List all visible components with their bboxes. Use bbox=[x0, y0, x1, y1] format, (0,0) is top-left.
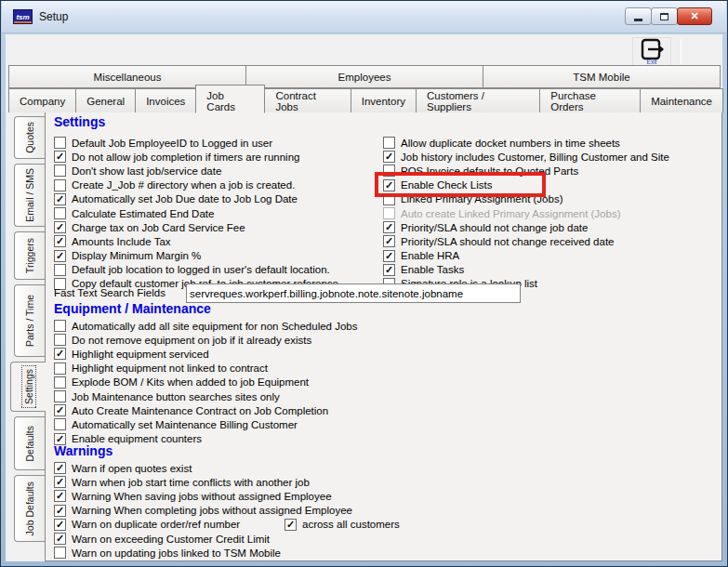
checkbox[interactable] bbox=[54, 363, 66, 375]
checkbox[interactable] bbox=[54, 547, 66, 559]
checkbox-row[interactable]: ✓Do not allow job completion if timers a… bbox=[54, 150, 338, 164]
checkbox-row[interactable]: Calculate Estimated End Date bbox=[54, 206, 338, 220]
checkbox[interactable]: ✓ bbox=[54, 490, 66, 502]
checkbox-row[interactable]: ✓Automatically set Job Due date to Job L… bbox=[54, 192, 338, 206]
checkbox-row[interactable]: Job Maintenance button searches sites on… bbox=[54, 389, 358, 403]
side-tab-job-defaults[interactable]: Job Defaults bbox=[14, 475, 45, 542]
checkbox-row[interactable]: ✓Warn on exceeding Customer Credit Limit bbox=[54, 532, 352, 546]
checkbox-row[interactable]: ✓Priority/SLA should not change job date bbox=[383, 220, 669, 234]
checkbox-row[interactable]: ✓Display Minimum Margin % bbox=[54, 249, 338, 263]
tab-job-cards[interactable]: Job Cards bbox=[195, 85, 265, 113]
side-tab-parts-time[interactable]: Parts / Time bbox=[14, 284, 45, 357]
checkbox[interactable]: ✓ bbox=[54, 404, 66, 416]
tab-tsm-mobile[interactable]: TSM Mobile bbox=[483, 65, 721, 88]
tab-customers-suppliers[interactable]: Customers / Suppliers bbox=[416, 88, 540, 112]
close-icon: ✕ bbox=[690, 10, 698, 22]
checkbox[interactable] bbox=[54, 165, 66, 177]
tab-purchase-orders[interactable]: Purchase Orders bbox=[539, 88, 641, 112]
checkbox-row[interactable]: ✓Warning When saving jobs without assign… bbox=[54, 489, 352, 503]
checkbox[interactable]: ✓ bbox=[54, 519, 66, 531]
exit-button[interactable]: Exit bbox=[632, 37, 671, 66]
checkbox[interactable] bbox=[54, 376, 66, 389]
checkbox[interactable]: ✓ bbox=[383, 179, 395, 191]
checkbox[interactable] bbox=[383, 137, 395, 149]
checkbox-row[interactable]: ✓Charge tax on Job Card Service Fee bbox=[54, 220, 338, 234]
tab-label: Email / SMS bbox=[24, 168, 35, 222]
checkbox-row[interactable]: Warn on updating jobs linked to TSM Mobi… bbox=[54, 546, 352, 560]
checkbox[interactable]: ✓ bbox=[383, 264, 395, 276]
tab-inventory[interactable]: Inventory bbox=[351, 88, 417, 112]
checkbox[interactable]: ✓ bbox=[54, 462, 66, 474]
checkbox-row[interactable]: ✓Warn when job start time conflicts with… bbox=[54, 475, 352, 489]
checkbox[interactable] bbox=[54, 418, 66, 430]
checkbox-row[interactable]: Create J_Job # directory when a job is c… bbox=[54, 178, 338, 192]
tab-employees[interactable]: Employees bbox=[245, 65, 483, 88]
checkbox-row[interactable]: Don't show last job/service date bbox=[54, 164, 338, 178]
side-tab-settings[interactable]: Settings bbox=[10, 362, 46, 412]
tab-label: Miscellaneous bbox=[94, 72, 162, 83]
checkbox-label: Job Maintenance button searches sites on… bbox=[72, 391, 280, 402]
checkbox[interactable]: ✓ bbox=[54, 505, 66, 517]
checkbox-row[interactable]: Linked Primary Assignment (Jobs) bbox=[383, 192, 669, 206]
checkbox[interactable] bbox=[383, 165, 395, 177]
checkbox[interactable] bbox=[54, 334, 66, 346]
checkbox-row[interactable]: Automatically set Maintenance Billing Cu… bbox=[54, 417, 358, 431]
checkbox-row[interactable]: ✓Warn if open quotes exist bbox=[54, 461, 352, 475]
tab-general[interactable]: General bbox=[75, 88, 136, 112]
checkbox-row[interactable]: ✓Enable Tasks bbox=[383, 263, 669, 277]
checkbox-row[interactable]: Allow duplicate docket numbers in time s… bbox=[383, 136, 669, 150]
checkbox[interactable] bbox=[54, 207, 66, 219]
checkbox[interactable]: ✓ bbox=[383, 235, 395, 247]
close-button[interactable]: ✕ bbox=[677, 7, 712, 25]
side-tab-quotes[interactable]: Quotes bbox=[14, 116, 45, 159]
checkbox-row[interactable]: POS Invoice defaults to Quoted Parts bbox=[383, 164, 669, 178]
checkbox[interactable]: ✓ bbox=[54, 250, 66, 262]
checkbox-label: Don't show last job/service date bbox=[72, 165, 221, 177]
checkbox-row[interactable]: ✓Warn on duplicate order/ref number✓acro… bbox=[54, 518, 352, 532]
checkbox[interactable] bbox=[54, 179, 66, 191]
checkbox[interactable]: ✓ bbox=[54, 533, 66, 545]
checkbox[interactable]: ✓ bbox=[383, 151, 395, 163]
checkbox-row[interactable]: ✓Enable HRA bbox=[383, 249, 669, 263]
fast-text-search-input[interactable] bbox=[186, 284, 521, 303]
checkbox[interactable]: ✓ bbox=[383, 221, 395, 233]
checkbox-row[interactable]: ✓Auto Create Maintenance Contract on Job… bbox=[54, 403, 358, 417]
checkbox-row[interactable]: ✓Amounts Include Tax bbox=[54, 234, 338, 248]
minimize-button[interactable] bbox=[625, 7, 652, 25]
checkbox-row[interactable]: Explode BOM / Kits when added to job Equ… bbox=[54, 376, 358, 389]
checkbox-row[interactable]: ✓Priority/SLA should not change received… bbox=[383, 234, 669, 248]
checkbox-row[interactable]: Do not remove equipment on job if it alr… bbox=[54, 333, 358, 347]
checkbox[interactable] bbox=[54, 390, 66, 402]
tab-contract-jobs[interactable]: Contract Jobs bbox=[264, 88, 351, 112]
checkbox-row[interactable]: Default job location to logged in user's… bbox=[54, 263, 338, 277]
checkbox-row[interactable]: Auto create Linked Primary Assignment (J… bbox=[383, 206, 669, 220]
checkbox[interactable] bbox=[54, 137, 66, 149]
checkbox[interactable] bbox=[383, 193, 395, 205]
checkbox-row[interactable]: ✓Enable Check Lists bbox=[383, 178, 669, 192]
side-tab-triggers[interactable]: Triggers bbox=[14, 231, 45, 280]
checkbox-row[interactable]: Automatically add all site equipment for… bbox=[54, 319, 358, 333]
checkbox[interactable]: ✓ bbox=[54, 348, 66, 360]
side-tab-defaults[interactable]: Defaults bbox=[14, 416, 45, 470]
tab-company[interactable]: Company bbox=[8, 88, 76, 112]
inline-checkbox-row[interactable]: ✓across all customers bbox=[285, 519, 400, 531]
checkbox[interactable] bbox=[383, 207, 395, 219]
checkbox[interactable]: ✓ bbox=[285, 519, 297, 531]
checkbox-row[interactable]: Highlight equipment not linked to contra… bbox=[54, 362, 358, 376]
tab-invoices[interactable]: Invoices bbox=[135, 88, 196, 112]
checkbox[interactable]: ✓ bbox=[54, 235, 66, 247]
side-tab-email-sms[interactable]: Email / SMS bbox=[14, 164, 45, 227]
checkbox-row[interactable]: Default Job EmployeeID to Logged in user bbox=[54, 136, 338, 150]
checkbox[interactable]: ✓ bbox=[54, 151, 66, 163]
checkbox-row[interactable]: ✓Warning When completing jobs without as… bbox=[54, 504, 352, 518]
checkbox[interactable]: ✓ bbox=[54, 221, 66, 233]
maximize-button[interactable] bbox=[651, 7, 678, 25]
checkbox-row[interactable]: ✓Highlight equipment serviced bbox=[54, 347, 358, 361]
tab-maintenance[interactable]: Maintenance bbox=[640, 88, 723, 112]
checkbox[interactable]: ✓ bbox=[54, 193, 66, 205]
checkbox[interactable] bbox=[54, 320, 66, 332]
checkbox[interactable]: ✓ bbox=[54, 476, 66, 488]
checkbox[interactable]: ✓ bbox=[383, 250, 395, 262]
checkbox[interactable] bbox=[54, 264, 66, 276]
checkbox-row[interactable]: ✓Job history includes Customer, Billing … bbox=[383, 150, 669, 164]
